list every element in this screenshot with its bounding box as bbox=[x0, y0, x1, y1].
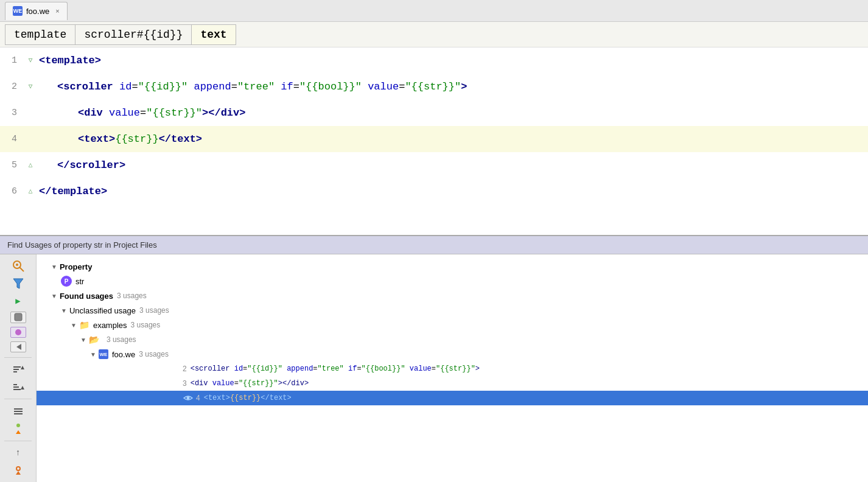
svg-rect-4 bbox=[15, 313, 22, 321]
code-line-1[interactable]: 1 ▽ <template> bbox=[0, 47, 868, 74]
file-tab-title: foo.we bbox=[26, 7, 49, 16]
code-line-3[interactable]: 3 <div value="{{str}}"></div> bbox=[0, 100, 868, 126]
found-usages-triangle[interactable] bbox=[51, 293, 57, 299]
property-section: Property bbox=[37, 259, 868, 274]
sort-desc-button[interactable] bbox=[10, 380, 27, 394]
results-area: Property P str Found usages 3 usages Unc… bbox=[37, 254, 868, 482]
tab-close-button[interactable]: × bbox=[55, 7, 59, 15]
svg-marker-3 bbox=[13, 279, 23, 288]
svg-marker-10 bbox=[21, 366, 24, 369]
property-icon: P bbox=[61, 276, 72, 287]
result-code-4: <text>{{str}}</text> bbox=[204, 394, 292, 402]
code-content-3: <div value="{{str}}"></div> bbox=[37, 100, 868, 126]
svg-point-20 bbox=[16, 467, 20, 470]
svg-point-2 bbox=[16, 264, 18, 266]
locate-button[interactable] bbox=[10, 259, 27, 273]
code-line-4[interactable]: 4 <text>{{str}}</text> bbox=[0, 126, 868, 152]
folder-examples-count: 3 usages bbox=[131, 321, 161, 329]
collapse-button[interactable] bbox=[10, 422, 27, 436]
line-number-5: 5 bbox=[0, 152, 24, 178]
property-triangle[interactable] bbox=[51, 264, 57, 270]
code-content-6: </template> bbox=[37, 178, 868, 204]
found-usages-count: 3 usages bbox=[117, 292, 147, 300]
find-usages-body: ▶ ↑ bbox=[0, 254, 868, 482]
folder-examples-label: examples bbox=[93, 321, 127, 330]
code-editor: 1 ▽ <template> 2 ▽ <scroller id="{{id}}"… bbox=[0, 47, 868, 236]
breadcrumb-text[interactable]: text bbox=[191, 24, 236, 45]
folder-examples[interactable]: 📁 examples 3 usages bbox=[37, 318, 868, 332]
folder-examples-icon: 📁 bbox=[79, 320, 89, 330]
line-number-1: 1 bbox=[0, 47, 24, 74]
result-line-3[interactable]: 3 <div value="{{str}}"></div> bbox=[37, 376, 868, 391]
breadcrumb-scroller[interactable]: scroller#{{id}} bbox=[75, 24, 192, 45]
fold-icon-1[interactable]: ▽ bbox=[24, 47, 37, 74]
unclassified-label: Unclassified usage bbox=[69, 306, 136, 315]
up-button[interactable]: ↑ bbox=[10, 445, 27, 459]
play-button[interactable]: ▶ bbox=[10, 295, 27, 309]
folder-unnamed-count: 3 usages bbox=[107, 335, 136, 344]
code-content-4: <text>{{str}}</text> bbox=[37, 126, 868, 152]
left-toolbar: ▶ ↑ bbox=[0, 254, 37, 482]
line-number-6: 6 bbox=[0, 178, 24, 204]
unnamed-triangle[interactable] bbox=[80, 337, 86, 343]
property-name: str bbox=[75, 277, 84, 286]
line-number-4: 4 bbox=[0, 126, 24, 152]
code-content-1: <template> bbox=[37, 47, 868, 74]
result-line-num-4: 4 bbox=[196, 394, 200, 402]
svg-marker-21 bbox=[16, 471, 21, 475]
result-line-2[interactable]: 2 <scroller id="{{id}}" append="tree" if… bbox=[37, 362, 868, 376]
expand-button[interactable] bbox=[10, 404, 27, 418]
filter-button[interactable] bbox=[10, 277, 27, 291]
found-usages-section: Found usages 3 usages bbox=[37, 288, 868, 303]
unclassified-count: 3 usages bbox=[139, 306, 169, 315]
svg-marker-6 bbox=[16, 344, 21, 350]
file-name: foo.we bbox=[112, 350, 135, 359]
code-line-6[interactable]: 6 △ </template> bbox=[0, 178, 868, 204]
folder-unnamed-icon: 📂 bbox=[89, 335, 99, 344]
svg-marker-14 bbox=[21, 386, 24, 389]
next-button[interactable] bbox=[10, 463, 27, 477]
result-line-4[interactable]: 4 <text>{{str}}</text> bbox=[37, 391, 868, 405]
result-code-2: <scroller id="{{id}}" append="tree" if="… bbox=[191, 365, 480, 373]
find-usages-panel: Find Usages of property str in Project F… bbox=[0, 236, 868, 482]
unclassified-section[interactable]: Unclassified usage 3 usages bbox=[37, 303, 868, 318]
breadcrumb-bar: template scroller#{{id}} text bbox=[0, 22, 868, 47]
result-code-3: <div value="{{str}}"></div> bbox=[191, 379, 309, 388]
fold-icon-5[interactable]: △ bbox=[24, 152, 37, 178]
fold-icon-2[interactable]: ▽ bbox=[24, 74, 37, 100]
property-item[interactable]: P str bbox=[37, 274, 868, 288]
file-foo-we[interactable]: WE foo.we 3 usages bbox=[37, 347, 868, 362]
examples-triangle[interactable] bbox=[71, 322, 77, 329]
file-tab[interactable]: WE foo.we × bbox=[5, 2, 68, 20]
code-lines: 1 ▽ <template> 2 ▽ <scroller id="{{id}}"… bbox=[0, 47, 868, 204]
tab-bar: WE foo.we × bbox=[0, 0, 868, 22]
folder-unnamed[interactable]: 📂 3 usages bbox=[37, 332, 868, 347]
file-count: 3 usages bbox=[139, 350, 169, 358]
svg-line-1 bbox=[19, 267, 24, 271]
code-line-5[interactable]: 5 △ </scroller> bbox=[0, 152, 868, 178]
file-tab-icon: WE bbox=[13, 6, 23, 16]
svg-point-18 bbox=[16, 424, 20, 427]
result-line-num-3: 3 bbox=[183, 379, 187, 388]
svg-marker-19 bbox=[16, 430, 21, 434]
code-line-2[interactable]: 2 ▽ <scroller id="{{id}}" append="tree" … bbox=[0, 74, 868, 100]
line-number-3: 3 bbox=[0, 100, 24, 126]
line-number-2: 2 bbox=[0, 74, 24, 100]
unclassified-triangle[interactable] bbox=[61, 307, 67, 314]
svg-point-5 bbox=[15, 329, 21, 335]
found-usages-label: Found usages bbox=[60, 292, 113, 301]
find-usages-header: Find Usages of property str in Project F… bbox=[0, 236, 868, 254]
pin-icon[interactable] bbox=[10, 327, 26, 338]
result-line-num-2: 2 bbox=[183, 365, 187, 373]
file-triangle[interactable] bbox=[90, 351, 96, 358]
breadcrumb-template[interactable]: template bbox=[5, 24, 75, 45]
code-content-5: </scroller> bbox=[37, 152, 868, 178]
svg-point-22 bbox=[187, 397, 190, 400]
sort-asc-button[interactable] bbox=[10, 363, 27, 377]
code-content-2: <scroller id="{{id}}" append="tree" if="… bbox=[37, 74, 868, 100]
fold-icon-6[interactable]: △ bbox=[24, 178, 37, 204]
back-icon[interactable] bbox=[10, 341, 26, 352]
file-icon: WE bbox=[99, 349, 108, 359]
stop-icon[interactable] bbox=[10, 312, 26, 323]
find-usages-title: Find Usages of property str in Project F… bbox=[7, 240, 157, 250]
